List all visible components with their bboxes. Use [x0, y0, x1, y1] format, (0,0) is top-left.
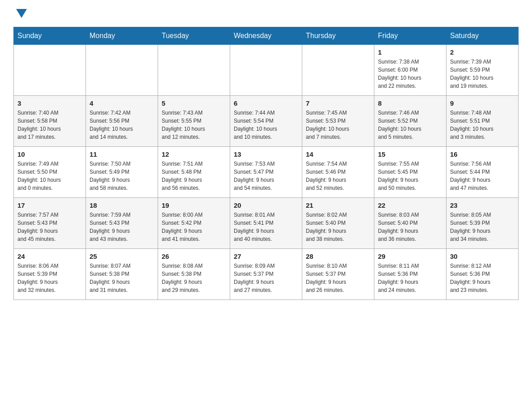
- calendar-cell: 15Sunrise: 7:55 AM Sunset: 5:45 PM Dayli…: [374, 147, 446, 198]
- calendar-cell: 20Sunrise: 8:01 AM Sunset: 5:41 PM Dayli…: [230, 198, 302, 249]
- day-number: 16: [450, 150, 515, 158]
- day-of-week-header: Tuesday: [158, 27, 230, 45]
- calendar-cell: 9Sunrise: 7:48 AM Sunset: 5:51 PM Daylig…: [446, 96, 519, 147]
- calendar-cell: 18Sunrise: 7:59 AM Sunset: 5:43 PM Dayli…: [86, 198, 158, 249]
- day-info: Sunrise: 8:07 AM Sunset: 5:38 PM Dayligh…: [90, 262, 154, 294]
- day-number: 29: [378, 253, 442, 260]
- day-info: Sunrise: 7:49 AM Sunset: 5:50 PM Dayligh…: [17, 160, 82, 192]
- day-info: Sunrise: 7:38 AM Sunset: 6:00 PM Dayligh…: [378, 58, 442, 90]
- day-info: Sunrise: 7:46 AM Sunset: 5:52 PM Dayligh…: [378, 109, 442, 141]
- day-number: 11: [90, 150, 154, 158]
- day-number: 21: [306, 201, 370, 209]
- calendar-cell: 12Sunrise: 7:51 AM Sunset: 5:48 PM Dayli…: [158, 147, 230, 198]
- day-number: 17: [17, 201, 82, 209]
- day-of-week-header: Friday: [374, 27, 446, 45]
- day-info: Sunrise: 7:55 AM Sunset: 5:45 PM Dayligh…: [378, 160, 442, 192]
- calendar-cell: 19Sunrise: 8:00 AM Sunset: 5:42 PM Dayli…: [158, 198, 230, 249]
- day-info: Sunrise: 7:45 AM Sunset: 5:53 PM Dayligh…: [306, 109, 370, 141]
- calendar-header-row: SundayMondayTuesdayWednesdayThursdayFrid…: [14, 27, 519, 45]
- day-info: Sunrise: 8:00 AM Sunset: 5:42 PM Dayligh…: [162, 211, 226, 243]
- calendar-cell: 1Sunrise: 7:38 AM Sunset: 6:00 PM Daylig…: [374, 45, 446, 96]
- day-number: 22: [378, 201, 442, 209]
- day-info: Sunrise: 7:39 AM Sunset: 5:59 PM Dayligh…: [450, 58, 515, 90]
- calendar-week-row: 17Sunrise: 7:57 AM Sunset: 5:43 PM Dayli…: [14, 198, 519, 249]
- day-number: 1: [378, 48, 442, 56]
- logo-triangle-icon: [16, 9, 27, 18]
- day-of-week-header: Thursday: [302, 27, 374, 45]
- calendar-cell: 28Sunrise: 8:10 AM Sunset: 5:37 PM Dayli…: [302, 249, 374, 300]
- day-of-week-header: Monday: [86, 27, 158, 45]
- calendar-cell: 14Sunrise: 7:54 AM Sunset: 5:46 PM Dayli…: [302, 147, 374, 198]
- day-info: Sunrise: 7:56 AM Sunset: 5:44 PM Dayligh…: [450, 160, 515, 192]
- calendar-cell: 22Sunrise: 8:03 AM Sunset: 5:40 PM Dayli…: [374, 198, 446, 249]
- day-info: Sunrise: 8:01 AM Sunset: 5:41 PM Dayligh…: [234, 211, 298, 243]
- day-number: 20: [234, 201, 298, 209]
- calendar-cell: 6Sunrise: 7:44 AM Sunset: 5:54 PM Daylig…: [230, 96, 302, 147]
- day-of-week-header: Sunday: [14, 27, 86, 45]
- calendar-cell: 5Sunrise: 7:43 AM Sunset: 5:55 PM Daylig…: [158, 96, 230, 147]
- day-number: 3: [17, 99, 82, 107]
- day-info: Sunrise: 7:42 AM Sunset: 5:56 PM Dayligh…: [90, 109, 154, 141]
- day-number: 28: [306, 253, 370, 260]
- day-number: 12: [162, 150, 226, 158]
- calendar-week-row: 3Sunrise: 7:40 AM Sunset: 5:58 PM Daylig…: [14, 96, 519, 147]
- day-number: 14: [306, 150, 370, 158]
- calendar-cell: 8Sunrise: 7:46 AM Sunset: 5:52 PM Daylig…: [374, 96, 446, 147]
- calendar-cell: 4Sunrise: 7:42 AM Sunset: 5:56 PM Daylig…: [86, 96, 158, 147]
- day-number: 27: [234, 253, 298, 260]
- calendar-cell: 3Sunrise: 7:40 AM Sunset: 5:58 PM Daylig…: [14, 96, 86, 147]
- day-number: 13: [234, 150, 298, 158]
- day-info: Sunrise: 7:44 AM Sunset: 5:54 PM Dayligh…: [234, 109, 298, 141]
- day-info: Sunrise: 7:54 AM Sunset: 5:46 PM Dayligh…: [306, 160, 370, 192]
- calendar-cell: 26Sunrise: 8:08 AM Sunset: 5:38 PM Dayli…: [158, 249, 230, 300]
- day-info: Sunrise: 7:40 AM Sunset: 5:58 PM Dayligh…: [17, 109, 82, 141]
- calendar-cell: 21Sunrise: 8:02 AM Sunset: 5:40 PM Dayli…: [302, 198, 374, 249]
- day-number: 4: [90, 99, 154, 107]
- day-number: 24: [17, 253, 82, 260]
- day-info: Sunrise: 8:06 AM Sunset: 5:39 PM Dayligh…: [17, 262, 82, 294]
- calendar-cell: 7Sunrise: 7:45 AM Sunset: 5:53 PM Daylig…: [302, 96, 374, 147]
- day-info: Sunrise: 8:03 AM Sunset: 5:40 PM Dayligh…: [378, 211, 442, 243]
- calendar-cell: 29Sunrise: 8:11 AM Sunset: 5:36 PM Dayli…: [374, 249, 446, 300]
- calendar-cell: [14, 45, 86, 96]
- calendar-cell: [158, 45, 230, 96]
- calendar-cell: 16Sunrise: 7:56 AM Sunset: 5:44 PM Dayli…: [446, 147, 519, 198]
- day-info: Sunrise: 7:48 AM Sunset: 5:51 PM Dayligh…: [450, 109, 515, 141]
- day-number: 30: [450, 253, 515, 260]
- calendar-cell: 27Sunrise: 8:09 AM Sunset: 5:37 PM Dayli…: [230, 249, 302, 300]
- day-number: 18: [90, 201, 154, 209]
- calendar-week-row: 1Sunrise: 7:38 AM Sunset: 6:00 PM Daylig…: [14, 45, 519, 96]
- calendar-cell: 23Sunrise: 8:05 AM Sunset: 5:39 PM Dayli…: [446, 198, 519, 249]
- day-info: Sunrise: 8:02 AM Sunset: 5:40 PM Dayligh…: [306, 211, 370, 243]
- calendar-cell: 11Sunrise: 7:50 AM Sunset: 5:49 PM Dayli…: [86, 147, 158, 198]
- calendar-cell: [86, 45, 158, 96]
- day-number: 19: [162, 201, 226, 209]
- day-info: Sunrise: 7:51 AM Sunset: 5:48 PM Dayligh…: [162, 160, 226, 192]
- day-info: Sunrise: 7:53 AM Sunset: 5:47 PM Dayligh…: [234, 160, 298, 192]
- day-number: 15: [378, 150, 442, 158]
- day-info: Sunrise: 7:43 AM Sunset: 5:55 PM Dayligh…: [162, 109, 226, 141]
- day-info: Sunrise: 8:05 AM Sunset: 5:39 PM Dayligh…: [450, 211, 515, 243]
- calendar-cell: 2Sunrise: 7:39 AM Sunset: 5:59 PM Daylig…: [446, 45, 519, 96]
- day-number: 6: [234, 99, 298, 107]
- calendar-cell: 30Sunrise: 8:12 AM Sunset: 5:36 PM Dayli…: [446, 249, 519, 300]
- calendar-cell: 24Sunrise: 8:06 AM Sunset: 5:39 PM Dayli…: [14, 249, 86, 300]
- day-of-week-header: Wednesday: [230, 27, 302, 45]
- day-info: Sunrise: 7:50 AM Sunset: 5:49 PM Dayligh…: [90, 160, 154, 192]
- calendar-cell: 13Sunrise: 7:53 AM Sunset: 5:47 PM Dayli…: [230, 147, 302, 198]
- day-number: 5: [162, 99, 226, 107]
- day-number: 9: [450, 99, 515, 107]
- day-number: 8: [378, 99, 442, 107]
- day-info: Sunrise: 7:59 AM Sunset: 5:43 PM Dayligh…: [90, 211, 154, 243]
- calendar-cell: [302, 45, 374, 96]
- day-number: 26: [162, 253, 226, 260]
- logo: [13, 9, 27, 18]
- day-number: 10: [17, 150, 82, 158]
- day-info: Sunrise: 7:57 AM Sunset: 5:43 PM Dayligh…: [17, 211, 82, 243]
- day-number: 7: [306, 99, 370, 107]
- day-of-week-header: Saturday: [446, 27, 519, 45]
- day-number: 2: [450, 48, 515, 56]
- day-info: Sunrise: 8:09 AM Sunset: 5:37 PM Dayligh…: [234, 262, 298, 294]
- calendar-table: SundayMondayTuesdayWednesdayThursdayFrid…: [13, 27, 519, 300]
- day-info: Sunrise: 8:10 AM Sunset: 5:37 PM Dayligh…: [306, 262, 370, 294]
